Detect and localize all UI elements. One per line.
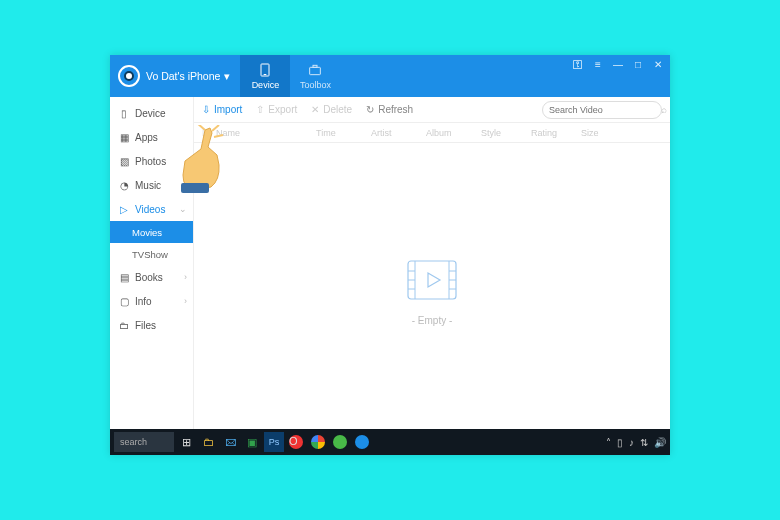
import-icon: ⇩ (202, 104, 210, 115)
import-label: Import (214, 104, 242, 115)
task-view-icon[interactable]: ⊞ (176, 432, 196, 452)
chevron-right-icon: › (184, 296, 187, 306)
taskbar-app[interactable] (330, 432, 350, 452)
taskbar-app[interactable]: 🗀 (198, 432, 218, 452)
sidebar-item-music[interactable]: ◔Music (110, 173, 193, 197)
taskbar-app[interactable]: ▣ (242, 432, 262, 452)
delete-label: Delete (323, 104, 352, 115)
sidebar-item-photos[interactable]: ▧Photos (110, 149, 193, 173)
sidebar-label: Videos (135, 204, 165, 215)
maximize-button[interactable]: □ (632, 59, 644, 70)
taskbar-app[interactable]: 🖂 (220, 432, 240, 452)
tray-up-icon[interactable]: ˄ (606, 437, 611, 448)
taskbar-search-label: search (120, 437, 147, 447)
sidebar-sub-movies[interactable]: Movies (110, 221, 193, 243)
tray-icon[interactable]: ♪ (629, 437, 634, 448)
sidebar-item-files[interactable]: 🗀Files (110, 313, 193, 337)
search-icon: ⌕ (661, 104, 667, 115)
svg-rect-1 (264, 74, 267, 75)
export-icon: ⇧ (256, 104, 264, 115)
taskbar-app[interactable]: O (286, 432, 306, 452)
sidebar-label: Files (135, 320, 156, 331)
sidebar-label: Device (135, 108, 166, 119)
phone-icon: ▯ (118, 107, 130, 119)
taskbar-app[interactable] (352, 432, 372, 452)
sidebar-item-books[interactable]: ▤Books› (110, 265, 193, 289)
taskbar-app[interactable]: Ps (264, 432, 284, 452)
refresh-icon: ↻ (366, 104, 374, 115)
empty-state: - Empty - (194, 143, 670, 437)
col-album[interactable]: Album (426, 128, 481, 138)
export-button: ⇧Export (256, 104, 297, 115)
tab-toolbox[interactable]: Toolbox (290, 55, 340, 97)
refresh-button[interactable]: ↻Refresh (366, 104, 413, 115)
col-style[interactable]: Style (481, 128, 531, 138)
sidebar-sub-tvshow[interactable]: TVShow (110, 243, 193, 265)
minimize-button[interactable]: — (612, 59, 624, 70)
system-tray[interactable]: ˄ ▯ ♪ ⇅ 🔊 (606, 437, 666, 448)
col-time[interactable]: Time (316, 128, 371, 138)
sidebar-item-info[interactable]: ▢Info› (110, 289, 193, 313)
app-logo-icon (118, 65, 140, 87)
tray-icon[interactable]: ▯ (617, 437, 623, 448)
key-icon[interactable]: ⚿ (572, 59, 584, 70)
col-rating[interactable]: Rating (531, 128, 581, 138)
empty-label: - Empty - (412, 315, 453, 326)
sidebar-sub-label: Movies (132, 227, 162, 238)
info-icon: ▢ (118, 295, 130, 307)
tab-device[interactable]: Device (240, 55, 290, 97)
menu-icon[interactable]: ≡ (592, 59, 604, 70)
export-label: Export (268, 104, 297, 115)
search-input[interactable] (549, 105, 661, 115)
app-body: ▯Device ▦Apps ▧Photos ◔Music ▷Videos⌄ Mo… (110, 97, 670, 455)
files-icon: 🗀 (118, 319, 130, 331)
col-name[interactable]: Name (216, 128, 316, 138)
content-pane: ⇩Import ⇧Export ✕Delete ↻Refresh ⌕ ☐ Nam… (194, 97, 670, 455)
sidebar-label: Apps (135, 132, 158, 143)
sidebar-label: Info (135, 296, 152, 307)
chevron-down-icon: ▾ (224, 70, 230, 82)
tray-wifi-icon[interactable]: ⇅ (640, 437, 648, 448)
sidebar-label: Books (135, 272, 163, 283)
device-icon (257, 62, 273, 78)
sidebar-label: Music (135, 180, 161, 191)
col-artist[interactable]: Artist (371, 128, 426, 138)
music-icon: ◔ (118, 179, 130, 191)
sidebar-item-videos[interactable]: ▷Videos⌄ (110, 197, 193, 221)
taskbar-search[interactable]: search (114, 432, 174, 452)
sidebar-item-apps[interactable]: ▦Apps (110, 125, 193, 149)
apps-icon: ▦ (118, 131, 130, 143)
sidebar-label: Photos (135, 156, 166, 167)
select-all-checkbox[interactable]: ☐ (202, 128, 216, 138)
taskbar-app[interactable] (308, 432, 328, 452)
header-tabs: Device Toolbox (240, 55, 340, 97)
sidebar-item-device[interactable]: ▯Device (110, 101, 193, 125)
delete-icon: ✕ (311, 104, 319, 115)
svg-rect-3 (313, 65, 317, 67)
device-selector[interactable]: Vo Dat's iPhone ▾ (146, 70, 230, 82)
close-button[interactable]: ✕ (652, 59, 664, 70)
empty-video-icon (402, 255, 462, 305)
chevron-down-icon: ⌄ (179, 204, 187, 214)
videos-icon: ▷ (118, 203, 130, 215)
col-size[interactable]: Size (581, 128, 621, 138)
search-box[interactable]: ⌕ (542, 101, 662, 119)
toolbox-icon (307, 62, 323, 78)
svg-marker-13 (428, 273, 440, 287)
app-window: Vo Dat's iPhone ▾ Device Toolbox ⚿ ≡ — □… (110, 55, 670, 455)
column-headers: ☐ Name Time Artist Album Style Rating Si… (194, 123, 670, 143)
titlebar: Vo Dat's iPhone ▾ Device Toolbox ⚿ ≡ — □… (110, 55, 670, 97)
tray-volume-icon[interactable]: 🔊 (654, 437, 666, 448)
books-icon: ▤ (118, 271, 130, 283)
photos-icon: ▧ (118, 155, 130, 167)
tab-toolbox-label: Toolbox (300, 80, 331, 90)
windows-taskbar: search ⊞ 🗀 🖂 ▣ Ps O ˄ ▯ ♪ ⇅ 🔊 (110, 429, 670, 455)
sidebar-sub-label: TVShow (132, 249, 168, 260)
import-button[interactable]: ⇩Import (202, 104, 242, 115)
device-name: Vo Dat's iPhone (146, 70, 220, 82)
chevron-right-icon: › (184, 272, 187, 282)
svg-rect-2 (310, 67, 321, 74)
window-controls: ⚿ ≡ — □ ✕ (572, 59, 664, 70)
tab-device-label: Device (252, 80, 280, 90)
refresh-label: Refresh (378, 104, 413, 115)
